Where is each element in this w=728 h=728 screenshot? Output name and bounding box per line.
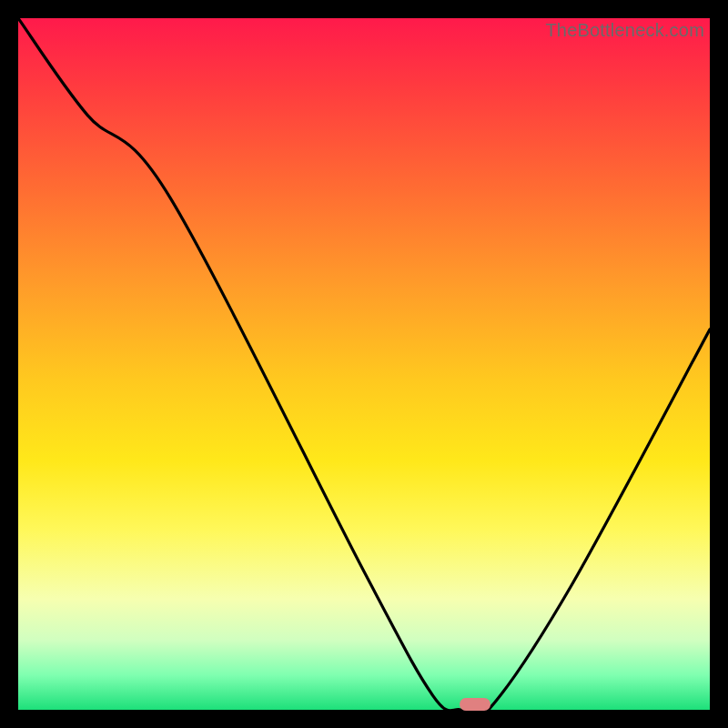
optimal-point-marker	[460, 698, 490, 711]
chart-frame: TheBottleneck.com	[0, 0, 728, 728]
bottleneck-curve-svg	[18, 18, 710, 710]
chart-plot-area: TheBottleneck.com	[18, 18, 710, 710]
bottleneck-curve-path	[18, 18, 710, 710]
